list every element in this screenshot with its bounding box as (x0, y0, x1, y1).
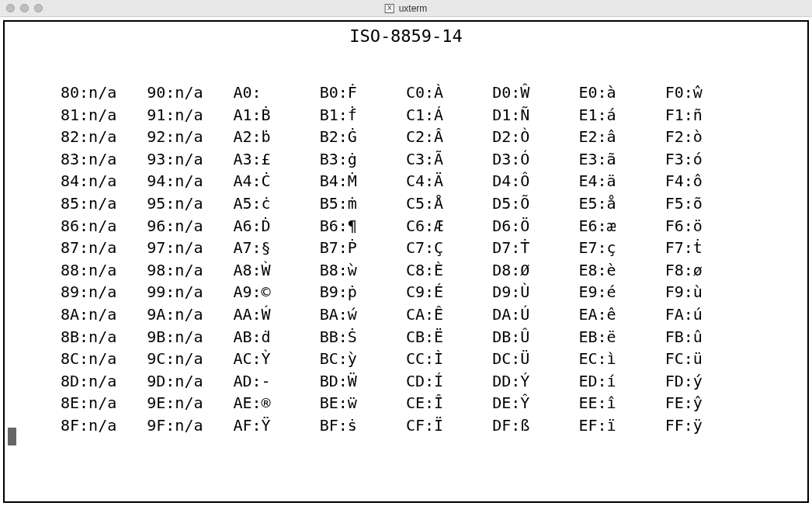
charset-cell: F9:ù (665, 282, 751, 303)
x11-icon: X (385, 4, 394, 13)
minimize-window-button[interactable] (20, 4, 29, 12)
charset-cell: AA:Ẃ (234, 305, 320, 325)
charset-cell: BA:ẃ (320, 305, 406, 325)
charset-cell: D0:Ŵ (492, 83, 578, 103)
charset-cell: FC:ü (665, 349, 751, 369)
terminal-frame: ISO-8859-14 80:n/a90:n/aA0: B0:ḞC0:ÀD0:Ŵ… (0, 17, 812, 506)
charset-cell: 8A:n/a (61, 305, 147, 325)
charset-cell: 88:n/a (61, 261, 147, 281)
charset-cell: EE:î (579, 393, 665, 414)
charset-cell: 83:n/a (61, 150, 147, 170)
charset-cell: 9A:n/a (147, 305, 233, 325)
charset-cell: B8:ẁ (320, 261, 406, 281)
charset-cell: B1:ḟ (320, 106, 406, 126)
charset-cell: F4:ô (665, 172, 751, 192)
charset-cell: 80:n/a (61, 83, 147, 103)
charset-cell: CF:Ï (406, 416, 492, 436)
charset-cell: C6:Æ (406, 217, 492, 237)
charset-cell: 95:n/a (147, 194, 233, 214)
charset-cell: BF:ṡ (320, 416, 406, 436)
charset-cell: D3:Ó (492, 150, 578, 170)
charset-cell: DE:Ŷ (492, 393, 578, 414)
charset-cell: 9E:n/a (147, 393, 233, 414)
charset-cell: A8:Ẁ (234, 261, 320, 281)
charset-cell: DD:Ý (492, 372, 578, 392)
charset-cell: DA:Ú (492, 305, 578, 325)
charset-cell: D6:Ö (492, 217, 578, 237)
charset-cell: D7:Ṫ (492, 238, 578, 258)
charset-cell: A4:Ċ (234, 172, 320, 192)
charset-cell: 82:n/a (61, 127, 147, 147)
charset-cell: E9:é (579, 282, 665, 303)
charset-cell: E5:å (579, 194, 665, 214)
charset-cell: E8:è (579, 261, 665, 281)
charset-heading: ISO-8859-14 (5, 26, 807, 46)
charset-cell: F3:ó (665, 150, 751, 170)
charset-cell: BD:Ẅ (320, 372, 406, 392)
charset-cell: A5:ċ (234, 194, 320, 214)
terminal-cursor (8, 428, 16, 445)
charset-cell: A6:Ḋ (234, 217, 320, 237)
charset-cell: F7:ṫ (665, 238, 751, 258)
charset-cell: EB:ë (579, 328, 665, 348)
charset-cell: 9F:n/a (147, 416, 233, 436)
charset-cell: CB:Ë (406, 328, 492, 348)
charset-cell: D4:Ô (492, 172, 578, 192)
charset-cell: 92:n/a (147, 127, 233, 147)
charset-cell: 9D:n/a (147, 372, 233, 392)
charset-cell: F5:õ (665, 194, 751, 214)
charset-cell: 8E:n/a (61, 393, 147, 414)
charset-cell: C5:Å (406, 194, 492, 214)
charset-cell: 8D:n/a (61, 372, 147, 392)
charset-cell: FD:ý (665, 372, 751, 392)
charset-cell: B4:Ṁ (320, 172, 406, 192)
charset-cell: E2:â (579, 127, 665, 147)
charset-cell: DF:ß (492, 416, 578, 436)
charset-cell: E1:á (579, 106, 665, 126)
close-window-button[interactable] (6, 4, 15, 12)
charset-grid: 80:n/a90:n/aA0: B0:ḞC0:ÀD0:ŴE0:àF0:ŵ81:n… (5, 83, 807, 436)
charset-cell: A1:Ḃ (234, 106, 320, 126)
charset-cell: C4:Ä (406, 172, 492, 192)
charset-cell: 8F:n/a (61, 416, 147, 436)
charset-cell: A9:© (234, 282, 320, 303)
charset-cell: 8B:n/a (61, 328, 147, 348)
window-title: X uxterm (385, 3, 428, 14)
charset-cell: 90:n/a (147, 83, 233, 103)
charset-cell: B3:ġ (320, 150, 406, 170)
charset-cell: AD:- (234, 372, 320, 392)
charset-cell: C3:Ã (406, 150, 492, 170)
charset-cell: B9:ṗ (320, 282, 406, 303)
charset-cell: 8C:n/a (61, 349, 147, 369)
charset-cell: D5:Õ (492, 194, 578, 214)
charset-cell: FE:ŷ (665, 393, 751, 414)
charset-cell: 85:n/a (61, 194, 147, 214)
charset-cell: D8:Ø (492, 261, 578, 281)
terminal-viewport[interactable]: ISO-8859-14 80:n/a90:n/aA0: B0:ḞC0:ÀD0:Ŵ… (3, 20, 809, 503)
zoom-window-button[interactable] (34, 4, 43, 12)
charset-cell: 98:n/a (147, 261, 233, 281)
charset-cell: A3:£ (234, 150, 320, 170)
charset-cell: EF:ï (579, 416, 665, 436)
charset-cell: 93:n/a (147, 150, 233, 170)
charset-cell: D9:Ù (492, 282, 578, 303)
window-titlebar: X uxterm (0, 0, 812, 17)
charset-cell: F1:ñ (665, 106, 751, 126)
charset-cell: CD:Í (406, 372, 492, 392)
charset-cell: CE:Î (406, 393, 492, 414)
traffic-lights (6, 4, 43, 12)
charset-cell: AB:ḋ (234, 328, 320, 348)
charset-cell: E7:ç (579, 238, 665, 258)
charset-cell: C1:Á (406, 106, 492, 126)
charset-cell: EC:ì (579, 349, 665, 369)
charset-cell: D1:Ñ (492, 106, 578, 126)
charset-cell: B0:Ḟ (320, 83, 406, 103)
charset-cell: B5:ṁ (320, 194, 406, 214)
charset-cell: CA:Ê (406, 305, 492, 325)
charset-cell: B6:¶ (320, 217, 406, 237)
charset-cell: D2:Ò (492, 127, 578, 147)
charset-cell: AC:Ỳ (234, 349, 320, 369)
charset-cell: 94:n/a (147, 172, 233, 192)
charset-cell: 99:n/a (147, 282, 233, 303)
charset-cell: 91:n/a (147, 106, 233, 126)
